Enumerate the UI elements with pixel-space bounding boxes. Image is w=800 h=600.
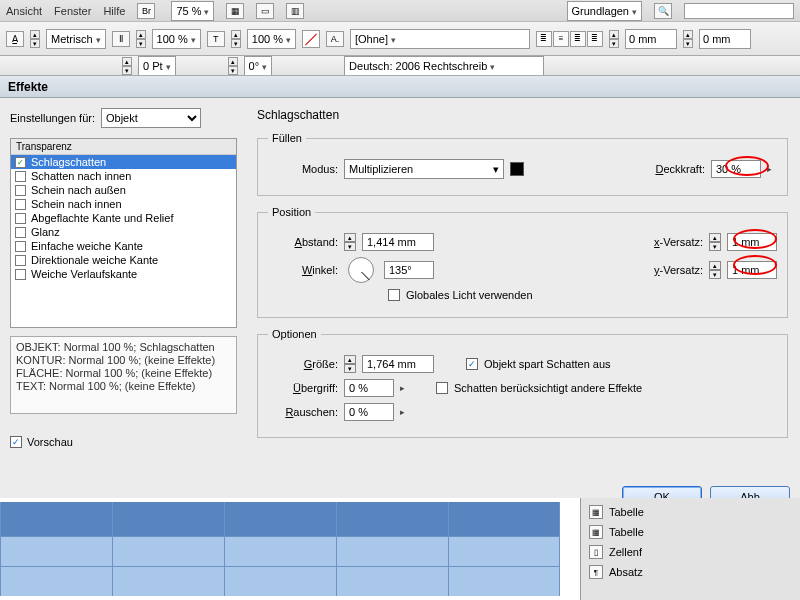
language-dropdown[interactable]: Deutsch: 2006 Rechtschreib xyxy=(344,56,544,76)
search-icon: 🔍 xyxy=(654,3,672,19)
hscale-icon: Ⅱ xyxy=(112,31,130,47)
spread-label: Übergriff: xyxy=(268,382,338,394)
panel-title: Schlagschatten xyxy=(257,108,788,122)
size-label: Größe: xyxy=(268,358,338,370)
char-style-icon: A. xyxy=(326,31,344,47)
opacity-label: Deckkraft: xyxy=(655,163,705,175)
vscale-field[interactable]: 100 % xyxy=(247,29,296,49)
menu-fenster[interactable]: Fenster xyxy=(54,5,91,17)
knockout-checkbox[interactable]: ✓ xyxy=(466,358,478,370)
effect-bevel[interactable]: Abgeflachte Kante und Relief xyxy=(11,211,236,225)
panel-tab-absatz[interactable]: ¶Absatz xyxy=(581,562,800,582)
settings-for-select[interactable]: Objekt xyxy=(101,108,201,128)
effect-schein-innen[interactable]: Schein nach innen xyxy=(11,197,236,211)
effect-schein-aussen[interactable]: Schein nach außen xyxy=(11,183,236,197)
panel-tab-tabelle-2[interactable]: ▦Tabelle xyxy=(581,522,800,542)
x-offset-field[interactable]: 1 mm xyxy=(727,233,777,251)
y-offset-field[interactable]: 1 mm xyxy=(727,261,777,279)
table-icon: ▦ xyxy=(589,505,603,519)
noise-label: Rauschen: xyxy=(268,406,338,418)
scale-mode-dropdown[interactable]: Metrisch xyxy=(46,29,106,49)
preview-label: Vorschau xyxy=(27,436,73,448)
opacity-menu-arrow[interactable]: ▸ xyxy=(767,164,777,174)
distance-label: Abstand: xyxy=(268,236,338,248)
align-justify-icon[interactable]: ≣ xyxy=(587,31,603,47)
char-scale-icon: A̲ xyxy=(6,31,24,47)
effect-summary: OBJEKT: Normal 100 %; Schlagschatten KON… xyxy=(10,336,237,414)
x-offset-label: x-Versatz: xyxy=(654,236,703,248)
baseline-field[interactable]: 0 Pt xyxy=(138,56,176,76)
honors-label: Schatten berücksichtigt andere Effekte xyxy=(454,382,642,394)
y-offset-stepper[interactable]: ▴▾ xyxy=(709,261,721,279)
position-group: Position Abstand: ▴▾ 1,414 mm x-Versatz:… xyxy=(257,206,788,318)
dialog-left-pane: Einstellungen für: Objekt Transparenz ✓S… xyxy=(0,98,245,518)
vscale-icon: T xyxy=(207,31,225,47)
size-field[interactable]: 1,764 mm xyxy=(362,355,434,373)
workspace-dropdown[interactable]: Grundlagen xyxy=(567,1,643,21)
panel-tab-zellen[interactable]: ▯Zellenf xyxy=(581,542,800,562)
preview-checkbox[interactable]: ✓ xyxy=(10,436,22,448)
checkbox[interactable]: ✓ xyxy=(15,157,26,168)
bridge-icon[interactable]: Br xyxy=(137,3,155,19)
search-input[interactable] xyxy=(684,3,794,19)
skew-field[interactable]: 0° xyxy=(244,56,273,76)
paragraph-align-group: ≣ ≡ ≣ ≣ xyxy=(536,31,603,47)
spread-field[interactable]: 0 % xyxy=(344,379,394,397)
screen-mode-icon[interactable]: ▭ xyxy=(256,3,274,19)
effects-dialog: Einstellungen für: Objekt Transparenz ✓S… xyxy=(0,98,800,518)
effect-list-header[interactable]: Transparenz xyxy=(11,139,236,155)
effect-list: Transparenz ✓Schlagschatten Schatten nac… xyxy=(10,138,237,328)
settings-for-label: Einstellungen für: xyxy=(10,112,95,124)
menu-hilfe[interactable]: Hilfe xyxy=(103,5,125,17)
options-toolbar: A̲ ▴▾ Metrisch Ⅱ ▴▾ 100 % T ▴▾ 100 % A. … xyxy=(0,22,800,56)
global-light-checkbox[interactable] xyxy=(388,289,400,301)
effect-schlagschatten[interactable]: ✓Schlagschatten xyxy=(11,155,236,169)
opacity-field[interactable]: 30 % xyxy=(711,160,761,178)
honors-checkbox[interactable] xyxy=(436,382,448,394)
dialog-right-pane: Schlagschatten Füllen Modus: Multiplizie… xyxy=(245,98,800,518)
paragraph-icon: ¶ xyxy=(589,565,603,579)
options-toolbar-2: ▴▾ 0 Pt ▴▾ 0° Deutsch: 2006 Rechtschreib xyxy=(0,56,800,76)
knockout-label: Objekt spart Schatten aus xyxy=(484,358,611,370)
angle-field[interactable]: 135° xyxy=(384,261,434,279)
noise-field[interactable]: 0 % xyxy=(344,403,394,421)
distance-stepper[interactable]: ▴▾ xyxy=(344,233,356,251)
blend-mode-dropdown[interactable]: Multiplizieren▾ xyxy=(344,159,504,179)
global-light-label: Globales Licht verwenden xyxy=(406,289,533,301)
effect-schatten-innen[interactable]: Schatten nach innen xyxy=(11,169,236,183)
x-offset-stepper[interactable]: ▴▾ xyxy=(709,233,721,251)
panels-dock: ▦Tabelle ▦Tabelle ▯Zellenf ¶Absatz xyxy=(580,498,800,600)
table-preview[interactable] xyxy=(0,498,580,600)
angle-label: Winkel: xyxy=(268,264,338,276)
effect-feather-directional[interactable]: Direktionale weiche Kante xyxy=(11,253,236,267)
distance-field[interactable]: 1,414 mm xyxy=(362,233,434,251)
arrange-icon[interactable]: ▥ xyxy=(286,3,304,19)
effect-feather-basic[interactable]: Einfache weiche Kante xyxy=(11,239,236,253)
indent-field-2[interactable]: 0 mm xyxy=(699,29,751,49)
panel-tab-tabelle[interactable]: ▦Tabelle xyxy=(581,502,800,522)
zoom-dropdown[interactable]: 75 % xyxy=(171,1,214,21)
align-left-icon[interactable]: ≣ xyxy=(536,31,552,47)
dialog-title: Effekte xyxy=(0,76,800,98)
menubar: Ansicht Fenster Hilfe Br 75 % ▦ ▭ ▥ Grun… xyxy=(0,0,800,22)
stepper[interactable]: ▴▾ xyxy=(30,30,40,48)
menu-ansicht[interactable]: Ansicht xyxy=(6,5,42,17)
view-mode-icon[interactable]: ▦ xyxy=(226,3,244,19)
align-right-icon[interactable]: ≣ xyxy=(570,31,586,47)
hscale-field[interactable]: 100 % xyxy=(152,29,201,49)
effect-glanz[interactable]: Glanz xyxy=(11,225,236,239)
mode-label: Modus: xyxy=(268,163,338,175)
options-group: Optionen Größe: ▴▾ 1,764 mm ✓ Objekt spa… xyxy=(257,328,788,438)
align-center-icon[interactable]: ≡ xyxy=(553,31,569,47)
table-icon: ▦ xyxy=(589,525,603,539)
y-offset-label: y-Versatz: xyxy=(654,264,703,276)
fill-group: Füllen Modus: Multiplizieren▾ Deckkraft:… xyxy=(257,132,788,196)
indent-field[interactable]: 0 mm xyxy=(625,29,677,49)
angle-dial[interactable] xyxy=(348,257,374,283)
shadow-color-swatch[interactable] xyxy=(510,162,524,176)
size-stepper[interactable]: ▴▾ xyxy=(344,355,356,373)
char-style-dropdown[interactable]: [Ohne] xyxy=(350,29,530,49)
no-fill-icon[interactable] xyxy=(302,30,320,48)
cell-icon: ▯ xyxy=(589,545,603,559)
effect-feather-gradient[interactable]: Weiche Verlaufskante xyxy=(11,267,236,281)
